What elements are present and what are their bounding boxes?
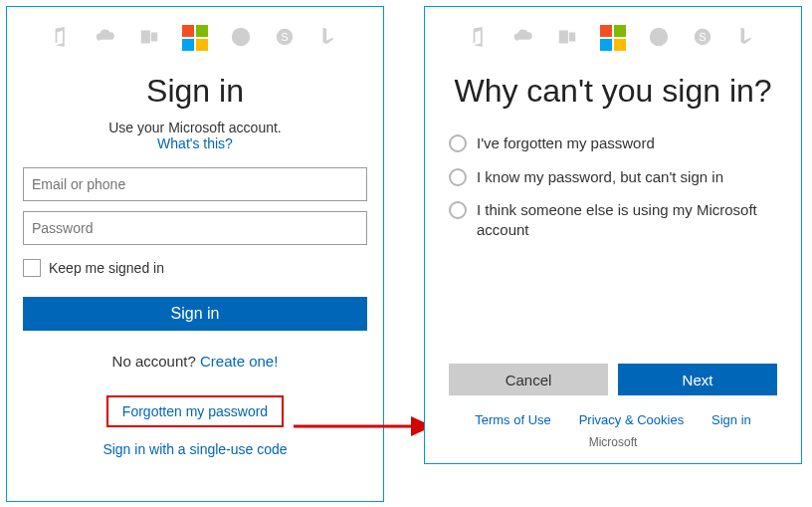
- signin-button[interactable]: Sign in: [23, 297, 367, 331]
- skype-icon: S: [274, 26, 296, 51]
- keep-signed-in-label: Keep me signed in: [49, 260, 164, 276]
- no-account-row: No account? Create one!: [7, 353, 383, 370]
- terms-link[interactable]: Terms of Use: [475, 412, 551, 427]
- signin-subtitle: Use your Microsoft account. What's this?: [7, 120, 383, 151]
- single-use-code-link[interactable]: Sign in with a single-use code: [7, 441, 383, 457]
- footer: Terms of Use Privacy & Cookies Sign in M…: [425, 395, 801, 463]
- radio-icon[interactable]: [449, 201, 467, 219]
- option-account-compromised[interactable]: I think someone else is using my Microso…: [449, 200, 777, 239]
- xbox-icon: [230, 26, 252, 51]
- email-field[interactable]: [23, 167, 367, 201]
- radio-icon[interactable]: [449, 168, 467, 186]
- outlook-icon: [556, 26, 578, 51]
- recovery-buttons: Cancel Next: [425, 364, 801, 395]
- svg-text:S: S: [699, 30, 706, 42]
- svg-text:S: S: [281, 30, 288, 42]
- recovery-options: I've forgotten my password I know my pas…: [425, 133, 801, 344]
- product-icon-strip: S: [425, 25, 801, 51]
- option-forgot-password[interactable]: I've forgotten my password: [449, 133, 777, 153]
- product-icon-strip: S: [7, 25, 383, 51]
- password-field[interactable]: [23, 211, 367, 245]
- microsoft-logo: [182, 25, 208, 51]
- office-icon: [51, 26, 73, 51]
- outlook-icon: [138, 26, 160, 51]
- cancel-button[interactable]: Cancel: [449, 364, 608, 395]
- recovery-panel: S Why can't you sign in? I've forgotten …: [424, 6, 802, 464]
- option-label: I've forgotten my password: [477, 133, 655, 153]
- svg-point-0: [232, 27, 250, 45]
- signin-panel: S Sign in Use your Microsoft account. Wh…: [6, 6, 384, 502]
- skype-icon: S: [692, 26, 713, 51]
- bottom-links: Forgotten my password Sign in with a sin…: [7, 395, 383, 457]
- office-icon: [469, 26, 491, 51]
- recovery-title: Why can't you sign in?: [425, 73, 801, 110]
- xbox-icon: [648, 26, 670, 51]
- onedrive-icon: [512, 26, 534, 51]
- next-button[interactable]: Next: [618, 364, 777, 395]
- option-cant-sign-in[interactable]: I know my password, but can't sign in: [449, 167, 777, 187]
- option-label: I know my password, but can't sign in: [477, 167, 723, 187]
- footer-signin-link[interactable]: Sign in: [711, 412, 751, 427]
- onedrive-icon: [95, 26, 116, 51]
- subtitle-text: Use your Microsoft account.: [108, 120, 282, 135]
- keep-signed-in-row[interactable]: Keep me signed in: [23, 259, 367, 277]
- no-account-text: No account?: [112, 353, 196, 370]
- signin-title: Sign in: [7, 73, 383, 110]
- footer-corp: Microsoft: [425, 435, 801, 449]
- forgot-password-link[interactable]: Forgotten my password: [106, 395, 284, 427]
- whats-this-link[interactable]: What's this?: [157, 135, 233, 151]
- create-account-link[interactable]: Create one!: [200, 353, 278, 370]
- svg-point-5: [650, 27, 668, 45]
- privacy-link[interactable]: Privacy & Cookies: [579, 412, 684, 427]
- bing-icon: [317, 26, 339, 51]
- microsoft-logo: [600, 25, 626, 51]
- option-label: I think someone else is using my Microso…: [477, 200, 777, 239]
- bing-icon: [735, 26, 757, 51]
- keep-signed-in-checkbox[interactable]: [23, 259, 41, 277]
- radio-icon[interactable]: [449, 134, 467, 152]
- signin-form: Keep me signed in Sign in: [7, 167, 383, 331]
